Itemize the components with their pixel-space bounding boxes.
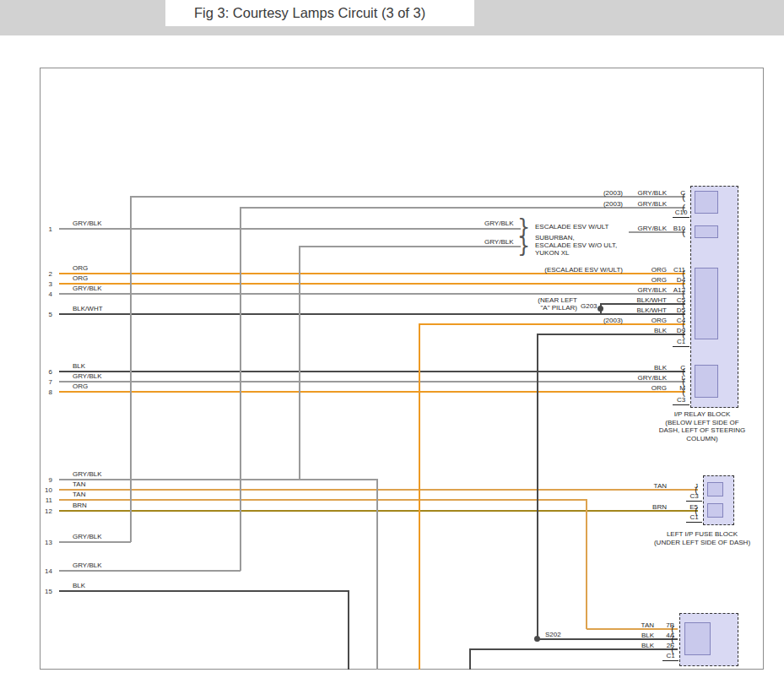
variant-note-line: SUBURBAN,	[535, 234, 617, 241]
wire-color-label: GRY/BLK	[484, 220, 514, 227]
wire-color-label: BLK	[616, 632, 654, 639]
wire-color-label: ORG	[73, 264, 88, 272]
circuit-number: 11	[41, 496, 52, 504]
wire-9-gryblk	[59, 479, 377, 480]
variant-note-line: ESCALADE ESV W/O ULT,	[535, 241, 617, 249]
wire-color-label: BLK	[616, 642, 654, 649]
riser-d9-blk	[537, 334, 538, 639]
wire-color-label: ORG	[624, 384, 667, 392]
wire-color-label: GRY/BLK	[484, 238, 514, 246]
wire-15-blk	[59, 590, 349, 592]
pin-label: C5	[665, 296, 685, 304]
pin-label: C	[665, 189, 685, 197]
riser-wire-11-tan	[586, 499, 587, 629]
caption-line: LEFT I/P FUSE BLOCK	[631, 530, 773, 539]
pin-label: M	[665, 384, 685, 392]
wire-12-brn	[59, 510, 698, 512]
wire-color-label: GRY/BLK	[624, 286, 667, 294]
wire-3-org	[59, 283, 685, 285]
circuit-number: 9	[41, 476, 52, 484]
wire-color-label: GRY/BLK	[73, 470, 102, 478]
pin-label: E5	[678, 503, 698, 511]
wire-color-label: GRY/BLK	[73, 533, 102, 540]
circuit-number: 10	[41, 486, 52, 494]
wire-color-label: BRN	[624, 503, 667, 511]
wire-5-blkwht	[59, 313, 685, 315]
pin-label: J	[678, 482, 698, 490]
caption-line: DASH, LEFT OF STEERING	[638, 426, 766, 435]
circuit-number: 3	[41, 280, 52, 288]
caption-line: I/P RELAY BLOCK	[638, 410, 766, 419]
wire-color-label: ORG	[624, 276, 667, 284]
wire-color-label: TAN	[616, 621, 654, 629]
fuse-block-connector-c1	[707, 503, 723, 518]
connector-id: C3	[673, 396, 689, 405]
wire-color-label: GRY/BLK	[73, 372, 102, 380]
circuit-number: 15	[41, 588, 52, 595]
figure-title: Fig 3: Courtesy Lamps Circuit (3 of 3)	[194, 5, 425, 21]
caption-line: (UNDER LEFT SIDE OF DASH)	[631, 539, 773, 547]
wire-11-tan	[59, 499, 587, 501]
row-note: (2003)	[557, 189, 623, 197]
ground-note-line: "A" PILLAR)	[513, 304, 577, 312]
variant-note: ESCALADE ESV W/ULT	[535, 223, 608, 231]
wire-color-label: TAN	[624, 482, 667, 490]
ground-g203-junction-dot	[597, 306, 603, 312]
row-note: (2003)	[557, 317, 623, 324]
wire-color-label: BLK	[624, 327, 667, 334]
wire-color-label: GRY/BLK	[73, 220, 102, 227]
circuit-number: 13	[41, 539, 52, 546]
wire-color-label: BLK/WHT	[73, 305, 103, 312]
wire-color-label: ORG	[73, 274, 88, 282]
splice-s202-dot	[534, 636, 540, 642]
wire-14-gryblk	[59, 570, 241, 572]
riser-wire-14	[240, 207, 241, 571]
riser-c4-org	[419, 323, 420, 670]
ground-note-line: (NEAR LEFT	[513, 296, 577, 304]
wire-color-label: ORG	[624, 266, 667, 274]
wire-color-label: BLK	[73, 582, 85, 589]
circuit-number: 4	[41, 290, 52, 298]
wire-6-blk	[59, 371, 685, 372]
row-note: (ESCALADE ESV W/ULT)	[506, 266, 623, 274]
variant-note-line: YUKON XL	[535, 249, 617, 257]
pin-label: D5	[665, 307, 685, 314]
ground-label: G203	[581, 302, 597, 310]
row-note: (2003)	[557, 200, 623, 208]
pin-label: D9	[665, 327, 685, 334]
wire-color-label: BRN	[73, 502, 87, 509]
wire-color-label: BLK	[624, 364, 667, 372]
connector-id: C10	[673, 209, 689, 218]
connector-id: C1	[673, 338, 689, 347]
wire-color-label: GRY/BLK	[624, 225, 667, 232]
variant-brace: }	[517, 235, 530, 257]
caption-line: (BELOW LEFT SIDE OF	[638, 419, 766, 427]
pin-label: 7B	[654, 621, 674, 629]
circuit-number: 2	[41, 270, 52, 278]
wire-color-label: BLK/WHT	[624, 307, 667, 314]
circuit-number: 5	[41, 311, 52, 318]
pin-label: D4	[665, 276, 685, 284]
wire-color-label: BLK/WHT	[624, 296, 667, 304]
relay-block-caption: I/P RELAY BLOCK (BELOW LEFT SIDE OF DASH…	[638, 410, 766, 442]
title-chip: Fig 3: Courtesy Lamps Circuit (3 of 3)	[165, 0, 474, 26]
wire-10-tan	[59, 489, 698, 491]
circuit-number: 8	[41, 388, 52, 396]
variant-note-list: SUBURBAN, ESCALADE ESV W/O ULT, YUKON XL	[535, 234, 617, 257]
wire-color-label: BLK	[73, 362, 85, 370]
pin-label: 2F	[654, 642, 674, 649]
riser-wire-13	[130, 196, 132, 542]
riser-wire-9-down	[376, 479, 378, 670]
ip-relay-block-connector-c10	[695, 191, 718, 214]
caption-line: COLUMN)	[638, 435, 766, 443]
connector-id: C1	[686, 513, 702, 523]
circuit-number: 1	[41, 225, 52, 233]
bottom-block-connector-c1	[684, 622, 711, 655]
wire-color-label: GRY/BLK	[624, 374, 667, 382]
wire-color-label: ORG	[73, 382, 88, 390]
pin-label: 4A	[654, 632, 674, 639]
title-bar: Fig 3: Courtesy Lamps Circuit (3 of 3)	[0, 0, 784, 35]
wire-color-label: GRY/BLK	[624, 189, 667, 197]
wire-color-label: GRY/BLK	[624, 200, 667, 208]
splice-label: S202	[545, 631, 561, 638]
